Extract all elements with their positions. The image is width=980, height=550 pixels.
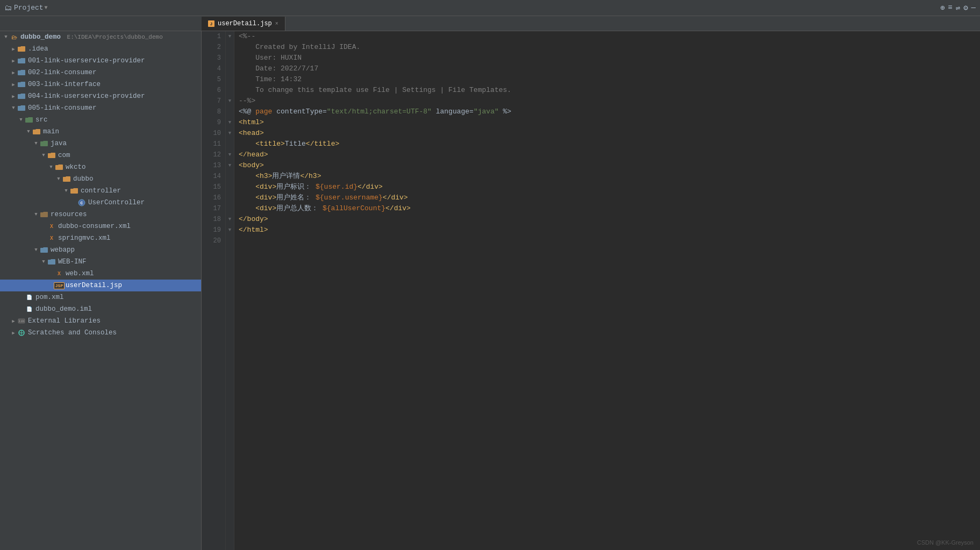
tree-item-dubbo-consumer[interactable]: Xdubbo-consumer.xml <box>0 220 201 232</box>
tree-label-pom: pom.xml <box>35 294 64 301</box>
tab-bar: J userDetail.jsp × <box>0 16 980 31</box>
tree-item-web-xml[interactable]: Xweb.xml <box>0 268 201 280</box>
code-line-16: <div>用户姓名： ${user.username}</div> <box>239 192 976 203</box>
tree-item-main[interactable]: ▼main <box>0 126 201 138</box>
tab-filename: userDetail.jsp <box>218 20 272 27</box>
tab-userdetail[interactable]: J userDetail.jsp × <box>202 17 285 31</box>
fold-18[interactable]: ▼ <box>226 214 234 225</box>
tree-arrow-dubbo-iml <box>17 305 25 313</box>
fold-14 <box>226 171 234 182</box>
fold-11 <box>226 139 234 149</box>
minimize-icon[interactable]: — <box>971 3 976 12</box>
code-line-11: <title>Title</title> <box>239 139 976 149</box>
tree-label-src: src <box>35 116 48 124</box>
line-num-19: 19 <box>204 225 221 235</box>
code-line-12: </head> <box>239 149 976 160</box>
tree-item-webapp[interactable]: ▼webapp <box>0 244 201 256</box>
tree-arrow-src: ▼ <box>17 116 25 124</box>
tree-icon-wkcto <box>55 163 63 172</box>
tab-close-button[interactable]: × <box>275 21 278 27</box>
sync-icon[interactable]: ⊕ <box>940 3 945 12</box>
tree-icon-resources <box>40 210 48 219</box>
fold-9[interactable]: ▼ <box>226 117 234 128</box>
tree-item-WEB-INF[interactable]: ▼WEB-INF <box>0 256 201 268</box>
tree-item-scratches[interactable]: ▶Scratches and Consoles <box>0 327 201 339</box>
tree-item-ext-libs[interactable]: ▶libExternal Libraries <box>0 315 201 327</box>
tree-icon-webapp <box>40 246 48 254</box>
tree-item-java[interactable]: ▼java <box>0 138 201 149</box>
tree-item-003[interactable]: ▶003-link-interface <box>0 78 201 90</box>
tree-label-UserController: UserController <box>88 199 145 206</box>
list-icon[interactable]: ≡ <box>948 3 952 12</box>
tree-arrow-idea: ▶ <box>10 45 17 53</box>
tree-icon-WEB-INF <box>47 258 56 266</box>
code-line-9: <html> <box>239 117 976 128</box>
tree-item-002[interactable]: ▶002-link-consumer <box>0 67 201 78</box>
sort-icon[interactable]: ⇌ <box>956 3 960 12</box>
tree-arrow-scratches: ▶ <box>10 329 17 337</box>
fold-7[interactable]: ▼ <box>226 96 234 106</box>
tree-item-springmvc[interactable]: Xspringmvc.xml <box>0 232 201 244</box>
editor[interactable]: 1234567891011121314151617181920 ▼▼▼▼▼▼▼▼… <box>202 31 980 550</box>
line-num-8: 8 <box>204 106 221 117</box>
tree-arrow-main: ▼ <box>25 128 32 135</box>
project-dropdown-arrow[interactable]: ▼ <box>45 5 48 11</box>
code-line-5: Time: 14:32 <box>239 74 976 85</box>
tree-arrow-dubbo: ▼ <box>55 175 62 183</box>
tree-label-webapp: webapp <box>51 246 75 254</box>
line-numbers: 1234567891011121314151617181920 <box>202 31 226 550</box>
tree-item-userDetail[interactable]: JSPuserDetail.jsp <box>0 280 201 291</box>
tree-item-controller[interactable]: ▼controller <box>0 185 201 197</box>
tree-icon-idea <box>17 45 26 53</box>
tree-item-UserController[interactable]: CUserController <box>0 197 201 209</box>
tree-item-004[interactable]: ▶004-link-userservice-provider <box>0 90 201 102</box>
tree-arrow-com: ▼ <box>40 152 47 159</box>
tree-arrow-controller: ▼ <box>62 187 70 195</box>
code-line-1: <%-- <box>239 31 976 42</box>
code-line-8: <%@ page contentType="text/html;charset=… <box>239 106 976 117</box>
tree-label-userDetail: userDetail.jsp <box>66 282 122 289</box>
tree-item-com[interactable]: ▼com <box>0 149 201 161</box>
tab-file-icon: J <box>208 20 214 27</box>
tree-item-dubbo[interactable]: ▼dubbo <box>0 173 201 185</box>
tree-icon-005 <box>17 104 26 112</box>
tree-label-com: com <box>58 152 70 159</box>
line-num-17: 17 <box>204 203 221 214</box>
tree-label-004: 004-link-userservice-provider <box>28 92 145 100</box>
tree-item-001[interactable]: ▶001-link-userservice-provider <box>0 55 201 67</box>
tree-item-dubbo-iml[interactable]: 📄dubbo_demo.iml <box>0 303 201 315</box>
fold-4 <box>226 63 234 74</box>
tree-item-idea[interactable]: ▶.idea <box>0 43 201 55</box>
tree-arrow-005: ▼ <box>10 104 17 112</box>
fold-19[interactable]: ▼ <box>226 225 234 235</box>
tree-item-resources[interactable]: ▼resources <box>0 209 201 220</box>
fold-12[interactable]: ▼ <box>226 149 234 160</box>
tree-icon-web-xml: X <box>55 269 63 278</box>
tree-root[interactable]: ▼ 🗁 dubbo_demo E:\IDEA\Projects\dubbo_de… <box>0 31 201 43</box>
root-label: dubbo_demo E:\IDEA\Projects\dubbo_demo <box>20 33 163 41</box>
tree-label-web-xml: web.xml <box>66 270 94 277</box>
tree-arrow-WEB-INF: ▼ <box>40 258 47 266</box>
tree-icon-003 <box>17 80 26 89</box>
tree-label-idea: .idea <box>28 45 48 53</box>
fold-13[interactable]: ▼ <box>226 160 234 171</box>
code-line-2: Created by IntelliJ IDEA. <box>239 42 976 53</box>
line-num-4: 4 <box>204 63 221 74</box>
tree-arrow-001: ▶ <box>10 57 17 65</box>
tree-icon-dubbo-iml: 📄 <box>25 305 33 313</box>
tree-item-005[interactable]: ▼005-link-consumer <box>0 102 201 114</box>
tree-arrow-ext-libs: ▶ <box>10 317 17 325</box>
settings-icon[interactable]: ⚙ <box>963 3 968 12</box>
tree-item-wkcto[interactable]: ▼wkcto <box>0 161 201 173</box>
code-line-18: </body> <box>239 214 976 225</box>
line-num-2: 2 <box>204 42 221 53</box>
fold-1[interactable]: ▼ <box>226 31 234 42</box>
tree-item-pom[interactable]: 📄pom.xml <box>0 291 201 303</box>
line-num-14: 14 <box>204 171 221 182</box>
code-line-20 <box>239 235 976 246</box>
line-num-3: 3 <box>204 53 221 63</box>
fold-10[interactable]: ▼ <box>226 128 234 139</box>
line-num-5: 5 <box>204 74 221 85</box>
tree-item-src[interactable]: ▼src <box>0 114 201 126</box>
line-num-9: 9 <box>204 117 221 128</box>
